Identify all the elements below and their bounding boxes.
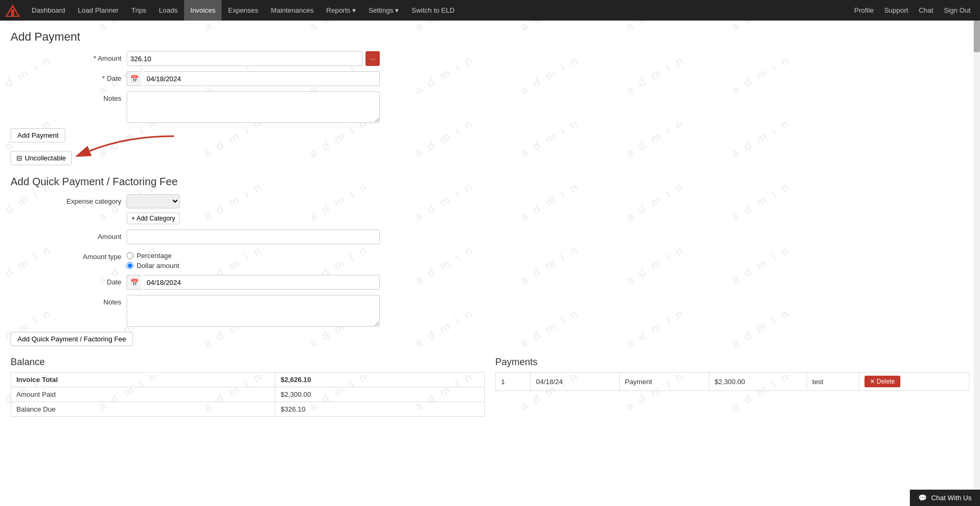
amount-row: * Amount ··· (11, 51, 969, 66)
add-quick-payment-button[interactable]: Add Quick Payment / Factoring Fee (11, 332, 133, 346)
quick-date-input-group: 📅 (127, 275, 380, 290)
balance-value: $2,626.10 (275, 373, 485, 387)
nav-settings[interactable]: Settings ▾ (362, 0, 406, 21)
payments-title: Payments (495, 357, 969, 368)
payments-section: Payments 1 04/18/24 Payment $2,300.00 te… (495, 357, 969, 417)
quick-date-row: Date 📅 (11, 275, 969, 290)
quick-amount-input[interactable] (127, 230, 380, 244)
amount-input[interactable] (127, 51, 362, 66)
quick-calendar-icon: 📅 (127, 275, 141, 290)
balance-row: Invoice Total$2,626.10 (11, 373, 485, 387)
balance-value: $326.10 (275, 402, 485, 417)
add-category-button[interactable]: + Add Category (127, 213, 180, 224)
nav-support[interactable]: Support (879, 0, 914, 21)
nav-switch-eld[interactable]: Switch to ELD (405, 0, 461, 21)
calendar-icon: 📅 (127, 71, 141, 86)
svg-rect-2 (11, 9, 14, 16)
nav-dashboard[interactable]: Dashboard (25, 0, 72, 21)
add-payment-form: * Amount ··· * Date 📅 Notes (11, 51, 969, 123)
uncollectable-button[interactable]: ⊟ Uncollectable (11, 151, 72, 165)
amount-input-group: ··· (127, 51, 380, 66)
date-input[interactable] (143, 71, 380, 86)
quick-amount-label: Amount (11, 230, 127, 241)
payment-note: test (807, 373, 859, 391)
expense-category-label: Expense category (11, 194, 127, 205)
radio-percentage-label: Percentage (137, 252, 172, 260)
balance-table: Invoice Total$2,626.10Amount Paid$2,300.… (11, 372, 485, 417)
nav-chat[interactable]: Chat (914, 0, 938, 21)
balance-row: Amount Paid$2,300.00 (11, 387, 485, 402)
quick-notes-textarea[interactable] (127, 295, 380, 327)
balance-title: Balance (11, 357, 485, 368)
balance-label: Amount Paid (11, 387, 275, 402)
uncollectable-label: Uncollectable (25, 154, 66, 162)
quick-payment-form: Expense category + Add Category Amount A… (11, 194, 969, 327)
nav-signout[interactable]: Sign Out (938, 0, 976, 21)
date-row: * Date 📅 (11, 71, 969, 86)
date-label: * Date (11, 71, 127, 82)
radio-percentage-item[interactable]: Percentage (127, 252, 179, 260)
quick-amount-row: Amount (11, 230, 969, 244)
balance-section: Balance Invoice Total$2,626.10Amount Pai… (11, 357, 485, 417)
date-input-group: 📅 (127, 71, 380, 86)
expense-category-row: Expense category + Add Category (11, 194, 969, 224)
nav-links: Dashboard Load Planner Trips Loads Invoi… (25, 0, 849, 21)
navbar: Dashboard Load Planner Trips Loads Invoi… (0, 0, 980, 21)
nav-maintenances[interactable]: Maintenances (265, 0, 320, 21)
balance-label: Balance Due (11, 402, 275, 417)
radio-dollar[interactable] (127, 262, 133, 269)
payment-num: 1 (496, 373, 531, 391)
quick-notes-label: Notes (11, 295, 127, 306)
amount-label: * Amount (11, 51, 127, 62)
payment-date: 04/18/24 (531, 373, 619, 391)
nav-reports[interactable]: Reports ▾ (320, 0, 362, 21)
nav-load-planner[interactable]: Load Planner (72, 0, 125, 21)
notes-textarea[interactable] (127, 91, 380, 123)
radio-dollar-label: Dollar amount (137, 262, 179, 270)
notes-label: Notes (11, 91, 127, 102)
nav-trips[interactable]: Trips (125, 0, 152, 21)
payment-amount: $2,300.00 (709, 373, 806, 391)
balance-label: Invoice Total (11, 373, 275, 387)
add-payment-title: Add Payment (11, 30, 969, 44)
balance-value: $2,300.00 (275, 387, 485, 402)
payment-delete-cell: ✕ Delete (859, 373, 969, 391)
amount-type-group: Percentage Dollar amount (127, 250, 179, 270)
delete-button[interactable]: ✕ Delete (864, 376, 900, 387)
amount-dots-button[interactable]: ··· (366, 51, 380, 66)
nav-profile[interactable]: Profile (849, 0, 879, 21)
quick-date-label: Date (11, 275, 127, 286)
bottom-section: Balance Invoice Total$2,626.10Amount Pai… (11, 357, 969, 417)
expense-category-select[interactable] (127, 194, 180, 208)
nav-loads[interactable]: Loads (152, 0, 184, 21)
balance-row: Balance Due$326.10 (11, 402, 485, 417)
radio-dollar-item[interactable]: Dollar amount (127, 262, 179, 270)
uncollectable-icon: ⊟ (16, 154, 22, 162)
quick-payment-title: Add Quick Payment / Factoring Fee (11, 176, 969, 188)
payment-type: Payment (619, 373, 709, 391)
add-payment-button[interactable]: Add Payment (11, 128, 65, 142)
payments-table: 1 04/18/24 Payment $2,300.00 test ✕ Dele… (495, 372, 969, 391)
quick-date-input[interactable] (143, 275, 380, 290)
nav-right: Profile Support Chat Sign Out (849, 0, 976, 21)
logo-icon (4, 3, 21, 18)
nav-expenses[interactable]: Expenses (222, 0, 264, 21)
radio-percentage[interactable] (127, 252, 133, 259)
amount-type-label: Amount type (11, 250, 127, 261)
notes-row: Notes (11, 91, 969, 123)
page-content: Add Payment * Amount ··· * Date 📅 (0, 21, 980, 426)
payment-row: 1 04/18/24 Payment $2,300.00 test ✕ Dele… (496, 373, 969, 391)
quick-notes-row: Notes (11, 295, 969, 327)
amount-type-row: Amount type Percentage Dollar amount (11, 250, 969, 270)
nav-invoices[interactable]: Invoices (184, 0, 222, 21)
